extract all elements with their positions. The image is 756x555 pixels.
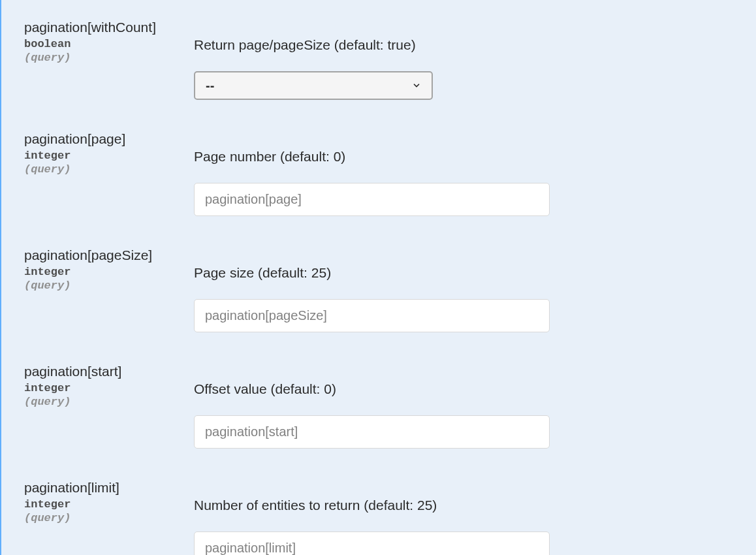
parameters-panel: pagination[withCount] boolean (query) Re…	[0, 0, 756, 555]
param-meta: pagination[pageSize] integer (query)	[24, 247, 194, 332]
param-location: (query)	[24, 52, 194, 64]
param-name: pagination[start]	[24, 364, 194, 379]
param-select-wrapper: --	[194, 71, 433, 100]
param-row-pagination-pagesize: pagination[pageSize] integer (query) Pag…	[24, 247, 743, 332]
param-location: (query)	[24, 396, 194, 408]
param-location: (query)	[24, 163, 194, 176]
param-description: Number of entities to return (default: 2…	[194, 498, 550, 513]
param-type: integer	[24, 498, 194, 511]
param-body: Offset value (default: 0)	[194, 364, 550, 449]
param-row-pagination-limit: pagination[limit] integer (query) Number…	[24, 480, 743, 555]
param-body: Number of entities to return (default: 2…	[194, 480, 550, 555]
param-row-pagination-page: pagination[page] integer (query) Page nu…	[24, 131, 743, 216]
param-location: (query)	[24, 279, 194, 292]
param-description: Return page/pageSize (default: true)	[194, 37, 550, 53]
param-input-pagination-page[interactable]	[194, 183, 550, 216]
param-input-pagination-pagesize[interactable]	[194, 299, 550, 332]
param-body: Return page/pageSize (default: true) --	[194, 20, 550, 100]
param-body: Page size (default: 25)	[194, 247, 550, 332]
param-meta: pagination[withCount] boolean (query)	[24, 20, 194, 100]
param-meta: pagination[page] integer (query)	[24, 131, 194, 216]
param-name: pagination[pageSize]	[24, 247, 194, 263]
param-type: boolean	[24, 38, 194, 50]
param-type: integer	[24, 150, 194, 162]
param-row-pagination-withcount: pagination[withCount] boolean (query) Re…	[24, 20, 743, 100]
param-select-pagination-withcount[interactable]: --	[194, 71, 433, 100]
param-description: Page number (default: 0)	[194, 149, 550, 165]
param-name: pagination[limit]	[24, 480, 194, 496]
param-type: integer	[24, 382, 194, 394]
param-body: Page number (default: 0)	[194, 131, 550, 216]
param-description: Offset value (default: 0)	[194, 381, 550, 397]
param-input-pagination-limit[interactable]	[194, 531, 550, 555]
param-input-pagination-start[interactable]	[194, 415, 550, 449]
param-meta: pagination[limit] integer (query)	[24, 480, 194, 555]
param-row-pagination-start: pagination[start] integer (query) Offset…	[24, 364, 743, 449]
param-type: integer	[24, 266, 194, 278]
param-name: pagination[page]	[24, 131, 194, 147]
param-description: Page size (default: 25)	[194, 265, 550, 281]
param-location: (query)	[24, 512, 194, 524]
param-meta: pagination[start] integer (query)	[24, 364, 194, 449]
param-name: pagination[withCount]	[24, 20, 194, 35]
